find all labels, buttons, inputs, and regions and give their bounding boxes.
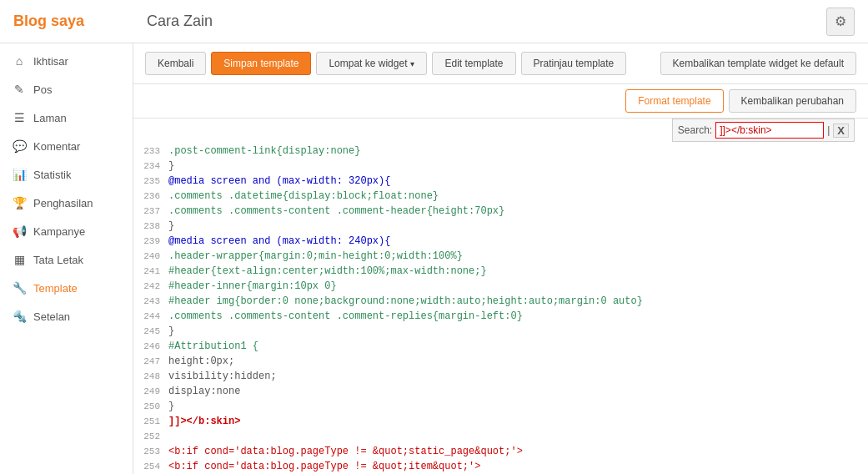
table-row: 253<b:if cond='data:blog.pageType != &qu… [133, 444, 868, 459]
table-row: 243#header img{border:0 none;background:… [133, 294, 868, 309]
sidebar-label-setelan: Setelan [33, 310, 70, 323]
sidebar-item-penghasilan[interactable]: 🏆Penghasilan [0, 189, 133, 217]
sidebar-label-kampanye: Kampanye [33, 225, 85, 238]
line-number: 234 [133, 159, 168, 174]
table-row: 252 [133, 429, 868, 444]
line-content: #Attribution1 { [168, 339, 868, 354]
table-row: 244.comments .comments-content .comment-… [133, 309, 868, 324]
line-number: 233 [133, 144, 168, 159]
line-content: <b:if cond='data:blog.pageType != &quot;… [168, 459, 868, 474]
line-content: #header{text-align:center;width:100%;max… [168, 264, 868, 279]
page-title: Cara Zain [147, 13, 826, 30]
edit-button[interactable]: Edit template [432, 52, 515, 75]
pratinjau-button[interactable]: Pratinjau template [521, 52, 627, 75]
line-number: 246 [133, 339, 168, 354]
line-content: visibility:hidden; [168, 369, 868, 384]
line-number: 241 [133, 264, 168, 279]
toolbar-right: Kembalikan template widget ke default [660, 52, 856, 75]
simpan-button[interactable]: Simpan template [211, 52, 311, 75]
table-row: 238} [133, 219, 868, 234]
line-number: 254 [133, 459, 168, 474]
kampanye-icon: 📢 [12, 224, 27, 238]
line-number: 251 [133, 414, 168, 429]
line-content: .post-comment-link{display:none} [168, 144, 868, 159]
sidebar-item-statistik[interactable]: 📊Statistik [0, 160, 133, 189]
pos-icon: ✎ [12, 83, 27, 96]
sidebar-item-tata-letak[interactable]: ▦Tata Letak [0, 245, 133, 274]
sidebar-label-ikhtisar: Ikhtisar [33, 55, 68, 68]
setelan-icon: 🔩 [12, 310, 27, 323]
sidebar-item-komentar[interactable]: 💬Komentar [0, 132, 133, 160]
search-close-button[interactable]: X [833, 124, 849, 138]
table-row: 235@media screen and (max-width: 320px){ [133, 174, 868, 189]
tata-letak-icon: ▦ [12, 253, 27, 266]
sidebar-item-laman[interactable]: ☰Laman [0, 103, 133, 132]
table-row: 248visibility:hidden; [133, 369, 868, 384]
toolbar-primary: Kembali Simpan template Lompat ke widget… [133, 43, 868, 84]
table-row: 245} [133, 324, 868, 339]
line-number: 237 [133, 204, 168, 219]
template-icon: 🔧 [12, 281, 27, 295]
table-row: 242#header-inner{margin:10px 0} [133, 279, 868, 294]
line-content: .comments .comments-content .comment-hea… [168, 204, 868, 219]
kembali-button[interactable]: Kembali [145, 52, 206, 75]
sidebar-label-pos: Pos [33, 83, 52, 96]
gear-button[interactable]: ⚙ [826, 8, 855, 36]
line-number: 244 [133, 309, 168, 324]
lompat-button[interactable]: Lompat ke widget [316, 52, 427, 75]
search-label: Search: [678, 124, 712, 136]
table-row: 233.post-comment-link{display:none} [133, 144, 868, 159]
sidebar-item-kampanye[interactable]: 📢Kampanye [0, 217, 133, 245]
line-content: height:0px; [168, 354, 868, 369]
line-number: 242 [133, 279, 168, 294]
line-content: .comments .datetime{display:block;float:… [168, 189, 868, 204]
sidebar-item-pos[interactable]: ✎Pos [0, 75, 133, 103]
sidebar-label-penghasilan: Penghasilan [33, 197, 93, 209]
brand-logo: Blog saya [13, 13, 147, 30]
line-number: 245 [133, 324, 168, 339]
search-input[interactable] [715, 122, 824, 139]
line-number: 240 [133, 249, 168, 264]
main-content: Kembali Simpan template Lompat ke widget… [133, 43, 868, 474]
ikhtisar-icon: ⌂ [12, 54, 27, 68]
sidebar-label-statistik: Statistik [33, 169, 72, 181]
line-content: @media screen and (max-width: 320px){ [168, 174, 868, 189]
line-number: 236 [133, 189, 168, 204]
line-content: .comments .comments-content .comment-rep… [168, 309, 868, 324]
code-editor[interactable]: 233.post-comment-link{display:none}234}2… [133, 118, 868, 474]
line-content: #header img{border:0 none;background:non… [168, 294, 868, 309]
line-content: } [168, 159, 868, 174]
table-row: 249display:none [133, 384, 868, 399]
line-number: 239 [133, 234, 168, 249]
sidebar-label-komentar: Komentar [33, 140, 80, 153]
sidebar-item-setelan[interactable]: 🔩Setelan [0, 302, 133, 330]
header: Blog saya Cara Zain ⚙ [0, 0, 868, 43]
format-button[interactable]: Format template [625, 89, 723, 113]
sidebar-item-ikhtisar[interactable]: ⌂Ikhtisar [0, 47, 133, 75]
search-bar: Search: | X [672, 118, 855, 142]
line-content: } [168, 399, 868, 414]
table-row: 241#header{text-align:center;width:100%;… [133, 264, 868, 279]
table-row: 236.comments .datetime{display:block;flo… [133, 189, 868, 204]
line-content [168, 429, 868, 444]
line-content: } [168, 324, 868, 339]
line-number: 252 [133, 429, 168, 444]
line-content: <b:if cond='data:blog.pageType != &quot;… [168, 444, 868, 459]
table-row: 240.header-wrapper{margin:0;min-height:0… [133, 249, 868, 264]
kembalikan-widget-button[interactable]: Kembalikan template widget ke default [660, 52, 856, 75]
table-row: 239@media screen and (max-width: 240px){ [133, 234, 868, 249]
line-content: @media screen and (max-width: 240px){ [168, 234, 868, 249]
line-number: 235 [133, 174, 168, 189]
table-row: 251]]></b:skin> [133, 414, 868, 429]
cursor-indicator: | [827, 124, 830, 136]
layout: ⌂Ikhtisar✎Pos☰Laman💬Komentar📊Statistik🏆P… [0, 43, 868, 474]
sidebar-label-laman: Laman [33, 112, 67, 124]
line-number: 243 [133, 294, 168, 309]
sidebar-item-template[interactable]: 🔧Template [0, 274, 133, 302]
table-row: 246#Attribution1 { [133, 339, 868, 354]
kembalikan-perubahan-button[interactable]: Kembalikan perubahan [729, 89, 856, 113]
line-number: 247 [133, 354, 168, 369]
line-content: #header-inner{margin:10px 0} [168, 279, 868, 294]
line-number: 253 [133, 444, 168, 459]
table-row: 237.comments .comments-content .comment-… [133, 204, 868, 219]
